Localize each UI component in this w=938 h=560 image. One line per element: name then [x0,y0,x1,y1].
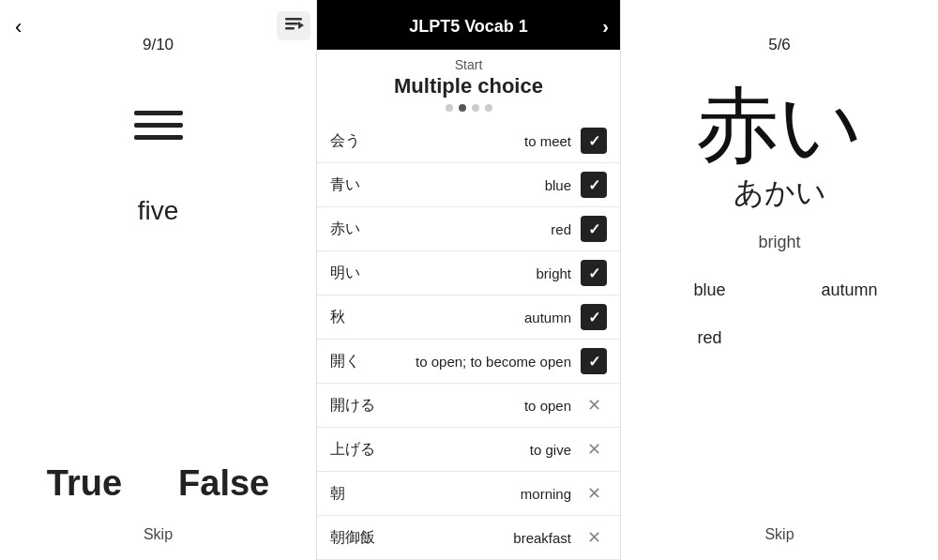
left-true-false: True False [47,463,269,504]
vocab-check-icon: ✓ [581,304,607,330]
vocab-row[interactable]: 明いbright✓ [317,251,620,295]
vocab-list: 会うto meet✓青いblue✓赤いred✓明いbright✓秋autumn✓… [317,119,620,560]
vocab-x-icon: ✕ [581,480,607,507]
vocab-jp: 赤い [330,219,382,239]
vocab-x-icon: ✕ [581,392,607,418]
vocab-check-icon: ✓ [581,216,607,242]
dot-1 [446,104,453,112]
vocab-en: morning [382,486,581,502]
middle-back-button[interactable]: › [602,16,609,38]
vocab-row[interactable]: 上げるto give✕ [317,428,620,472]
middle-title: JLPT5 Vocab 1 [409,17,528,37]
right-panel: 5/6 赤い あかい bright blueautumnred Skip [621,0,938,560]
middle-sub-label: Start [317,50,620,74]
vocab-row[interactable]: 赤いred✓ [317,207,620,251]
vocab-en: breakfast [382,530,581,546]
vocab-en: bright [382,265,581,281]
right-meaning: bright [758,233,800,252]
vocab-jp: 上げる [330,440,382,460]
vocab-check-icon: ✓ [581,348,607,374]
right-counter: 5/6 [768,36,791,54]
left-counter: 9/10 [143,36,174,54]
svg-marker-3 [298,22,304,29]
vocab-row[interactable]: 開けるto open✕ [317,384,620,428]
vocab-row[interactable]: 開くto open; to become open✓ [317,340,620,384]
left-panel: ‹ 9/10 five True False Skip [0,0,317,560]
hamburger-icon [134,111,183,140]
middle-panel: JLPT5 Vocab 1 › Start Multiple choice 会う… [317,0,621,560]
vocab-en: to open [382,398,581,414]
vocab-row[interactable]: 朝御飯breakfast✕ [317,516,620,560]
vocab-jp: 青い [330,175,382,195]
vocab-x-icon: ✕ [581,524,607,551]
vocab-x-icon: ✕ [581,436,607,462]
vocab-en: to open; to become open [382,354,581,370]
vocab-en: to meet [382,133,581,149]
vocab-row[interactable]: 秋autumn✓ [317,295,620,340]
hamburger-line-2 [134,123,183,128]
vocab-check-icon: ✓ [581,128,607,154]
right-kana: あかい [734,173,826,214]
right-skip-button[interactable]: Skip [764,526,794,543]
switcher-button[interactable] [277,11,310,40]
vocab-jp: 開ける [330,396,382,416]
vocab-en: blue [382,177,581,193]
false-button[interactable]: False [178,463,269,504]
vocab-row[interactable]: 会うto meet✓ [317,119,620,163]
vocab-en: autumn [382,310,581,325]
right-option-red[interactable]: red [640,328,779,348]
vocab-jp: 開く [330,352,382,371]
vocab-row[interactable]: 朝morning✕ [317,472,620,516]
left-skip-button[interactable]: Skip [144,526,173,543]
hamburger-line-1 [134,111,183,115]
svg-rect-1 [285,23,298,25]
right-options: blueautumnred [621,280,938,348]
right-option-blue[interactable]: blue [640,280,779,300]
vocab-jp: 朝 [330,484,382,504]
dots-indicator [317,104,620,119]
vocab-jp: 明い [330,264,382,283]
dot-2 [459,104,466,112]
vocab-check-icon: ✓ [581,172,607,198]
dot-4 [485,104,492,112]
vocab-row[interactable]: 青いblue✓ [317,163,620,207]
vocab-jp: 会う [330,131,382,151]
vocab-check-icon: ✓ [581,260,607,286]
right-kanji: 赤い [696,84,863,167]
svg-rect-2 [285,27,295,30]
middle-mode-label: Multiple choice [317,74,620,104]
vocab-jp: 朝御飯 [330,528,382,548]
dot-3 [472,104,479,112]
hamburger-line-3 [134,135,183,140]
vocab-en: to give [382,442,581,458]
true-button[interactable]: True [47,463,122,504]
right-option-autumn[interactable]: autumn [779,280,919,300]
middle-header: JLPT5 Vocab 1 › [317,0,620,50]
left-word: five [138,196,179,226]
svg-rect-0 [285,18,302,21]
vocab-en: red [382,221,581,237]
left-back-button[interactable]: ‹ [15,15,22,39]
vocab-jp: 秋 [330,308,382,327]
